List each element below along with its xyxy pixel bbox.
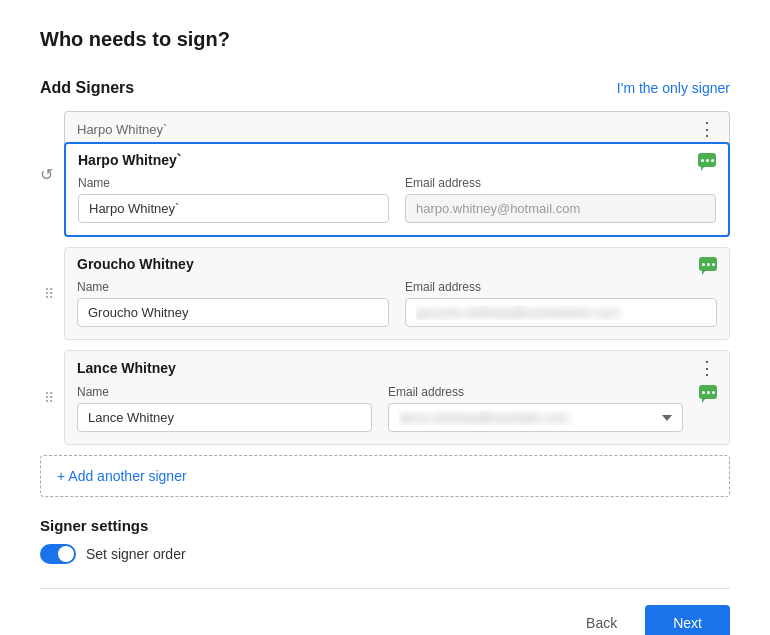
lance-dot-3	[712, 391, 715, 394]
signer-block-lance: Lance Whitney ⋮ Name Email address	[64, 350, 730, 445]
only-signer-link[interactable]: I'm the only signer	[617, 80, 730, 96]
lance-fields-row: Name Email address	[77, 385, 717, 432]
signer-harpo-wrapper: ↺ Harpo Whitney` ⋮ Harpo Whitney`	[64, 111, 730, 237]
lance-email-group: Email address	[388, 385, 683, 432]
groucho-name-field-label: Name	[77, 280, 389, 294]
groucho-dot-3	[712, 263, 715, 266]
signer-order-label: Set signer order	[86, 546, 186, 562]
groucho-email-group: Email address	[405, 280, 717, 327]
signer-block-harpo: Harpo Whitney` Name Email a	[64, 142, 730, 237]
harpo-fields-row: Name Email address harpo.whitney@hotmail…	[78, 176, 716, 223]
groucho-name-input[interactable]	[77, 298, 389, 327]
groucho-header: Groucho Whitney	[65, 248, 729, 276]
harpo-label-row: Harpo Whitney` ⋮	[64, 111, 730, 144]
harpo-name-input[interactable]	[78, 194, 389, 223]
signer-order-toggle[interactable]	[40, 544, 76, 564]
chat-icon-dots	[701, 159, 714, 162]
harpo-inner-header: Harpo Whitney`	[66, 144, 728, 172]
groucho-header-right	[699, 257, 717, 271]
groucho-name-group: Name	[77, 280, 389, 327]
bottom-bar: Back Next	[40, 588, 730, 635]
harpo-name-field-label: Name	[78, 176, 389, 190]
back-button[interactable]: Back	[570, 607, 633, 635]
lance-chat-dots	[702, 391, 715, 394]
lance-name-label: Lance Whitney	[77, 360, 176, 376]
groucho-dot-2	[707, 263, 710, 266]
add-signer-button[interactable]: + Add another signer	[40, 455, 730, 497]
signer-block-groucho: Groucho Whitney Name	[64, 247, 730, 340]
page-title: Who needs to sign?	[40, 28, 730, 51]
lance-email-input[interactable]	[388, 403, 683, 432]
harpo-email-group: Email address harpo.whitney@hotmail.com	[405, 176, 716, 223]
lance-dot-1	[702, 391, 705, 394]
lance-name-field-label: Name	[77, 385, 372, 399]
chat-dot-2	[706, 159, 709, 162]
lance-name-input[interactable]	[77, 403, 372, 432]
groucho-fields: Name Email address	[65, 276, 729, 339]
harpo-dots-menu[interactable]: ⋮	[698, 120, 717, 138]
settings-row: Set signer order	[40, 544, 730, 564]
signer-lance-wrapper: ⠿ Lance Whitney ⋮ Name Email address	[64, 350, 730, 445]
lance-dot-2	[707, 391, 710, 394]
chat-dot-1	[701, 159, 704, 162]
harpo-email-preview: harpo.whitney@hotmail.com	[405, 194, 716, 223]
rotate-icon[interactable]: ↺	[40, 165, 53, 184]
lance-fields: Name Email address	[65, 381, 729, 444]
groucho-email-input[interactable]	[405, 298, 717, 327]
lance-chat-wrapper	[699, 385, 717, 401]
section-header: Add Signers I'm the only signer	[40, 79, 730, 97]
signer-groucho-wrapper: ⠿ Groucho Whitney Na	[64, 247, 730, 340]
settings-title: Signer settings	[40, 517, 730, 534]
lance-chat-icon	[699, 385, 717, 399]
harpo-collapsed-label: Harpo Whitney`	[77, 122, 167, 137]
harpo-name-label: Harpo Whitney`	[78, 152, 181, 168]
harpo-chat-icon	[698, 153, 716, 167]
lance-header: Lance Whitney ⋮	[65, 351, 729, 381]
harpo-name-group: Name	[78, 176, 389, 223]
lance-email-wrapper	[388, 403, 683, 432]
harpo-email-field-label: Email address	[405, 176, 716, 190]
harpo-fields: Name Email address harpo.whitney@hotmail…	[66, 172, 728, 235]
lance-dots-menu[interactable]: ⋮	[698, 359, 717, 377]
toggle-slider	[40, 544, 76, 564]
groucho-chat-dots	[702, 263, 715, 266]
signer-settings-section: Signer settings Set signer order	[40, 517, 730, 564]
lance-drag-handle[interactable]: ⠿	[44, 390, 54, 406]
groucho-email-field-label: Email address	[405, 280, 717, 294]
chat-dot-3	[711, 159, 714, 162]
lance-name-group: Name	[77, 385, 372, 432]
groucho-fields-row: Name Email address	[77, 280, 717, 327]
groucho-drag-handle[interactable]: ⠿	[44, 286, 54, 302]
next-button[interactable]: Next	[645, 605, 730, 635]
groucho-chat-icon	[699, 257, 717, 271]
add-signers-label: Add Signers	[40, 79, 134, 97]
groucho-name-label: Groucho Whitney	[77, 256, 194, 272]
groucho-dot-1	[702, 263, 705, 266]
lance-email-field-label: Email address	[388, 385, 683, 399]
